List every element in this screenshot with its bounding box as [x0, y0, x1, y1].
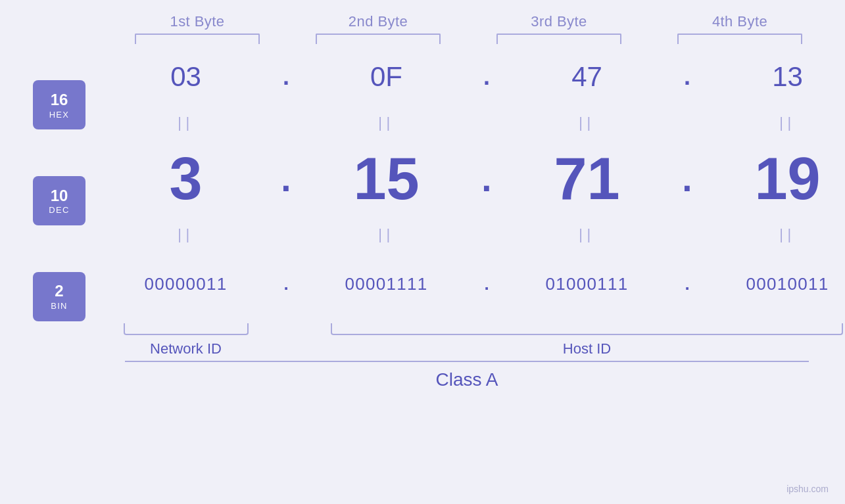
top-bracket-4 — [677, 34, 802, 44]
eq2-1: || — [95, 226, 276, 243]
dec-cell-4: 19 — [697, 145, 845, 213]
hex-cell-4: 13 — [697, 61, 845, 93]
dec-badge: 10 DEC — [33, 176, 85, 225]
network-id-bracket — [124, 323, 249, 335]
class-section: Class A — [0, 361, 845, 390]
eq2-2: || — [296, 226, 477, 243]
eq1-1: || — [95, 114, 276, 131]
bin-val-1: 00000011 — [95, 274, 276, 294]
dec-cell-2: 15 — [296, 145, 477, 213]
hex-val-2: 0F — [296, 61, 477, 93]
bin-dot-2: . — [477, 274, 496, 294]
network-id-label: Network ID — [150, 340, 222, 357]
data-grid: 03 . 0F . 47 . 13 — [95, 44, 845, 357]
bin-cell-1: 00000011 — [95, 274, 276, 294]
main-content: 16 HEX 10 DEC 2 BIN 03 . — [0, 44, 845, 357]
dec-val-2: 15 — [296, 145, 477, 213]
bottom-bracket-row: Network ID Host ID — [95, 323, 845, 357]
bracket-cell-1 — [107, 34, 288, 44]
hex-dot-1: . — [276, 63, 296, 91]
dec-dot-2: . — [477, 158, 496, 200]
host-id-bracket — [331, 323, 843, 335]
hex-dot-3: . — [677, 63, 697, 91]
dec-label: DEC — [49, 205, 69, 215]
bin-cell-4: 00010011 — [697, 274, 845, 294]
bracket-cell-2 — [288, 34, 469, 44]
hex-val-3: 47 — [496, 61, 677, 93]
eq1-3: || — [496, 114, 677, 131]
byte-headers: 1st Byte 2nd Byte 3rd Byte 4th Byte — [0, 0, 845, 30]
bin-val-3: 01000111 — [496, 274, 677, 294]
dec-val-3: 71 — [496, 145, 677, 213]
dec-num: 10 — [51, 187, 68, 206]
main-container: 1st Byte 2nd Byte 3rd Byte 4th Byte 16 H… — [0, 0, 845, 504]
hex-label: HEX — [49, 110, 70, 120]
bin-num: 2 — [55, 282, 63, 301]
bin-label: BIN — [51, 301, 68, 311]
class-label: Class A — [125, 369, 809, 390]
host-id-section: Host ID — [296, 323, 845, 357]
host-id-label: Host ID — [563, 340, 611, 357]
bin-cell-2: 00001111 — [296, 274, 477, 294]
dec-cell-1: 3 — [95, 145, 276, 213]
bin-row: 00000011 . 00001111 . 01000111 . 0001001… — [95, 248, 845, 320]
hex-cell-3: 47 — [496, 61, 677, 93]
hex-cell-2: 0F — [296, 61, 477, 93]
eq2-4: || — [697, 226, 845, 243]
top-bracket-3 — [496, 34, 621, 44]
byte-header-4: 4th Byte — [650, 13, 831, 30]
dec-val-1: 3 — [95, 145, 276, 213]
bin-val-2: 00001111 — [296, 274, 477, 294]
bin-badge: 2 BIN — [33, 272, 85, 321]
bin-val-4: 00010011 — [697, 274, 845, 294]
dec-dot-3: . — [677, 158, 697, 200]
hex-val-4: 13 — [697, 61, 845, 93]
hex-cell-1: 03 — [95, 61, 276, 93]
hex-dot-2: . — [477, 63, 496, 91]
dec-row: 3 . 15 . 71 . 19 — [95, 136, 845, 221]
bin-dot-1: . — [276, 274, 296, 294]
byte-header-3: 3rd Byte — [469, 13, 650, 30]
class-bracket — [125, 361, 809, 363]
top-brackets — [0, 34, 845, 44]
bin-cell-3: 01000111 — [496, 274, 677, 294]
eq2-3: || — [496, 226, 677, 243]
bracket-cell-3 — [469, 34, 650, 44]
bin-dot-3: . — [677, 274, 697, 294]
watermark: ipshu.com — [786, 484, 829, 494]
dec-cell-3: 71 — [496, 145, 677, 213]
eq1-2: || — [296, 114, 477, 131]
hex-val-1: 03 — [95, 61, 276, 93]
hex-row: 03 . 0F . 47 . 13 — [95, 44, 845, 110]
bracket-cell-4 — [650, 34, 831, 44]
equals-row-2: || || || || — [95, 221, 845, 248]
hex-num: 16 — [51, 91, 68, 110]
equals-row-1: || || || || — [95, 110, 845, 136]
top-bracket-2 — [316, 34, 441, 44]
network-id-section: Network ID — [95, 323, 276, 357]
hex-badge: 16 HEX — [33, 80, 85, 129]
dec-dot-1: . — [276, 158, 296, 200]
eq1-4: || — [697, 114, 845, 131]
byte-header-2: 2nd Byte — [288, 13, 469, 30]
top-bracket-1 — [135, 34, 260, 44]
byte-header-1: 1st Byte — [107, 13, 288, 30]
base-labels: 16 HEX 10 DEC 2 BIN — [33, 44, 95, 357]
dec-val-4: 19 — [697, 145, 845, 213]
